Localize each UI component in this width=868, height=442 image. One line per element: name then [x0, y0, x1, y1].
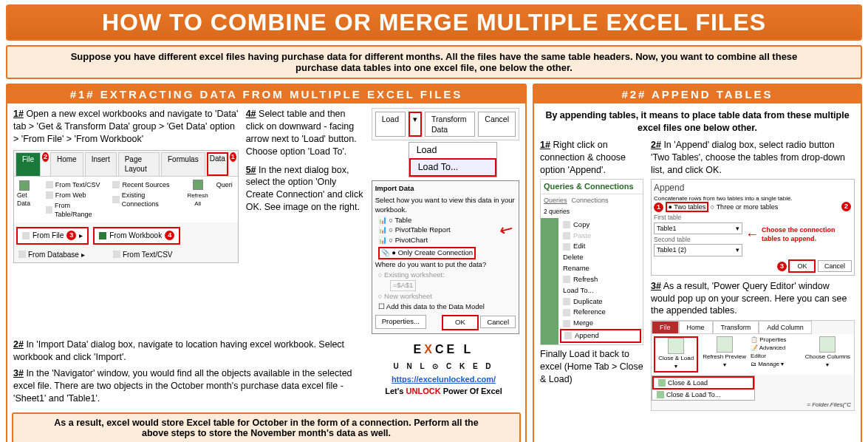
s2-step2: 2# In 'Append' dialog box, select radio …: [651, 139, 855, 177]
combo-first[interactable]: Table1▾: [654, 222, 742, 234]
props-button[interactable]: Properties...: [375, 315, 426, 329]
badge-2: 2: [42, 152, 49, 162]
ctx-paste[interactable]: Paste: [560, 231, 641, 242]
columns: #1# EXTRACTING DATA FROM MULTIPLE EXCEL …: [6, 84, 862, 442]
append-cancel[interactable]: Cancel: [818, 260, 852, 272]
result-box: As a result, excel would store Excel tab…: [12, 412, 521, 442]
ctx-append[interactable]: Append: [560, 329, 641, 343]
s2-intro: By appending tables, it means to place t…: [540, 108, 855, 136]
section-1-header: #1# EXTRACTING DATA FROM MULTIPLE EXCEL …: [7, 85, 525, 103]
existing-conn[interactable]: Existing Connections: [110, 190, 181, 209]
load-bar: Load ▾ Transform Data Cancel: [372, 108, 519, 140]
append-dialog: Append Concatenate rows from two tables …: [651, 179, 855, 275]
tab-formulas[interactable]: Formulas: [161, 152, 205, 176]
load-button[interactable]: Load: [375, 112, 406, 137]
pq-transform[interactable]: Transform: [713, 321, 759, 334]
step-2: 2# In 'Import Data' dialog box, navigate…: [13, 339, 360, 364]
menu-closeload[interactable]: Close & Load: [652, 376, 754, 390]
pq-manage[interactable]: 🗂 Manage ▾: [751, 361, 801, 369]
cancel-button[interactable]: Cancel: [478, 112, 516, 137]
load-menu: Load Load To...: [409, 142, 497, 177]
queries-panel: Queries & Connections QueriesConnections…: [540, 179, 643, 344]
opt-pivotchart[interactable]: 📊 ○ PivotChart: [378, 236, 513, 245]
from-workbook[interactable]: From Workbook4: [93, 227, 180, 245]
get-data-label[interactable]: Get Data: [17, 191, 41, 208]
append-ok[interactable]: OK: [788, 259, 816, 273]
from-textcsv[interactable]: From Text/CSV: [44, 180, 108, 190]
pq-file[interactable]: File: [652, 321, 679, 334]
refresh-icon[interactable]: [193, 180, 203, 190]
step-4: 4# Select table and then click on downwa…: [246, 108, 364, 158]
import-data-dialog: Import Data Select how you want to view …: [372, 180, 519, 334]
section-1: #1# EXTRACTING DATA FROM MULTIPLE EXCEL …: [6, 84, 527, 442]
main-title-bar: HOW TO COMBINE OR MERGE MULTIPLE EXCEL F…: [6, 4, 862, 41]
load-dropdown[interactable]: ▾: [409, 112, 422, 137]
opt-datamodel[interactable]: ☐ Add this data to the Data Model: [378, 302, 513, 312]
site-link[interactable]: https://excelunlocked.com/: [392, 375, 496, 384]
infographic: HOW TO COMBINE OR MERGE MULTIPLE EXCEL F…: [0, 0, 868, 442]
tab-insert[interactable]: Insert: [85, 152, 117, 176]
pq-close-load[interactable]: Close & Load ▾: [654, 336, 698, 373]
cancel2-button[interactable]: Cancel: [480, 316, 516, 328]
tab-home[interactable]: Home: [50, 152, 83, 176]
main-title: HOW TO COMBINE OR MERGE MULTIPLE EXCEL F…: [15, 9, 853, 36]
step-1: 1# Open a new excel workbooks and naviga…: [13, 108, 239, 146]
recent-sources[interactable]: Recent Sources: [110, 180, 181, 190]
ctx-copy[interactable]: Copy: [560, 220, 641, 231]
from-file[interactable]: From File3▸: [16, 227, 89, 245]
menu-load[interactable]: Load: [409, 143, 496, 158]
pq-adv[interactable]: 📝 Advanced Editor: [751, 344, 801, 361]
badge-1: 1: [230, 152, 236, 162]
opt-table[interactable]: 📊 ○ Table: [378, 216, 513, 225]
opt-new[interactable]: ○ New worksheet: [378, 292, 513, 302]
menu-loadto[interactable]: Load To...: [409, 158, 496, 177]
close-load-menu: Close & Load Close & Load To...: [652, 375, 755, 401]
from-database[interactable]: From Database ▸: [16, 249, 87, 261]
getdata-icon: [19, 180, 30, 191]
ctx-refresh[interactable]: Refresh: [560, 274, 641, 285]
opt-pivot[interactable]: 📊 ○ PivotTable Report: [378, 225, 513, 235]
from-table[interactable]: From Table/Range: [44, 200, 108, 220]
pq-refresh[interactable]: Refresh Preview ▾: [701, 336, 748, 373]
ctx-rename[interactable]: Rename: [560, 263, 641, 274]
pq-props[interactable]: 📋 Properties: [751, 336, 801, 344]
radio-threetables[interactable]: ○ Three or more tables: [711, 203, 778, 211]
combo-second[interactable]: Table1 (2)▾: [654, 244, 742, 256]
pq-choosecols[interactable]: Choose Columns ▾: [804, 336, 852, 373]
tab-data[interactable]: Data: [207, 152, 228, 176]
ctx-delete[interactable]: Delete: [560, 252, 641, 263]
s2-final: Finally Load it back to excel (Home Tab …: [540, 348, 643, 386]
ctx-loadto[interactable]: Load To...: [560, 285, 641, 296]
intro-text: Suppose you have different excel files h…: [6, 45, 862, 79]
from-web[interactable]: From Web: [44, 190, 108, 200]
transform-button[interactable]: Transform Data: [425, 112, 475, 137]
from-textcsv2[interactable]: From Text/CSV: [111, 249, 175, 261]
radio-twotables[interactable]: ● Two tables: [666, 202, 709, 212]
pq-home[interactable]: Home: [679, 321, 713, 334]
ctx-reference[interactable]: Reference: [560, 307, 641, 318]
section-2-header: #2# APPEND TABLES: [534, 85, 861, 103]
ctx-merge[interactable]: Merge: [560, 318, 641, 329]
section-2: #2# APPEND TABLES By appending tables, i…: [533, 84, 862, 442]
step-3: 3# In the 'Navigator' window, you would …: [13, 367, 360, 405]
ctx-edit[interactable]: Edit: [560, 241, 641, 252]
tab-pagelayout[interactable]: Page Layout: [118, 152, 160, 176]
pq-addcol[interactable]: Add Column: [759, 321, 812, 334]
pq-ribbon: File Home Transform Add Column Close & L…: [651, 320, 855, 411]
s2-step3: 3# As a result, 'Power Query Editor' win…: [651, 280, 855, 318]
s2-step1: 1# Right click on connection & choose op…: [540, 139, 643, 177]
arrow-icon: ←: [745, 225, 759, 243]
excel-ribbon: File 2 Home Insert Page Layout Formulas …: [13, 150, 239, 264]
tab-file[interactable]: File: [16, 152, 41, 176]
menu-closeloadto[interactable]: Close & Load To...: [652, 390, 754, 400]
ctx-duplicate[interactable]: Duplicate: [560, 296, 641, 307]
logo: EXCE LU N L ⊙ C K E D https://excelunloc…: [368, 341, 519, 405]
ok-button[interactable]: OK: [442, 315, 479, 330]
opt-connection[interactable]: 📎 ● Only Create Connection: [378, 247, 476, 259]
opt-existing[interactable]: ○ Existing worksheet:: [378, 271, 513, 280]
step-5: 5# In the next dialog box, select the op…: [246, 164, 364, 214]
